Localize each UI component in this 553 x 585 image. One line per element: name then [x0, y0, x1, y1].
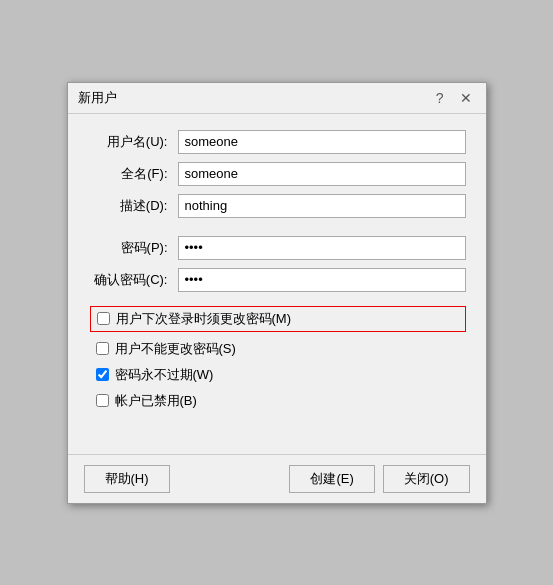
create-button[interactable]: 创建(E)	[289, 465, 374, 493]
dialog-title: 新用户	[78, 89, 117, 107]
must-change-checkbox-group: 用户下次登录时须更改密码(M)	[90, 306, 466, 332]
description-label: 描述(D):	[88, 197, 178, 215]
confirm-input[interactable]	[178, 268, 466, 292]
username-label: 用户名(U):	[88, 133, 178, 151]
close-button[interactable]: 关闭(O)	[383, 465, 470, 493]
description-input[interactable]	[178, 194, 466, 218]
button-bar: 帮助(H) 创建(E) 关闭(O)	[68, 454, 486, 503]
username-input[interactable]	[178, 130, 466, 154]
separator-1	[88, 226, 466, 236]
cannot-change-checkbox-group: 用户不能更改密码(S)	[88, 340, 466, 358]
fullname-label: 全名(F):	[88, 165, 178, 183]
cannot-change-label[interactable]: 用户不能更改密码(S)	[115, 340, 236, 358]
dialog-body: 用户名(U): 全名(F): 描述(D): 密码(P): 确认密码(C):	[68, 114, 486, 454]
close-icon-button[interactable]: ✕	[456, 91, 476, 105]
never-expire-label[interactable]: 密码永不过期(W)	[115, 366, 214, 384]
disabled-checkbox-group: 帐户已禁用(B)	[88, 392, 466, 410]
title-bar: 新用户 ? ✕	[68, 83, 486, 114]
button-bar-right: 创建(E) 关闭(O)	[289, 465, 469, 493]
disabled-checkbox[interactable]	[96, 394, 109, 407]
password-group: 密码(P):	[88, 236, 466, 260]
password-input[interactable]	[178, 236, 466, 260]
disabled-label[interactable]: 帐户已禁用(B)	[115, 392, 197, 410]
confirm-label: 确认密码(C):	[88, 271, 178, 289]
description-group: 描述(D):	[88, 194, 466, 218]
never-expire-checkbox[interactable]	[96, 368, 109, 381]
bottom-spacer	[88, 418, 466, 438]
help-button[interactable]: 帮助(H)	[84, 465, 170, 493]
help-icon-button[interactable]: ?	[432, 91, 448, 105]
cannot-change-checkbox[interactable]	[96, 342, 109, 355]
never-expire-checkbox-group: 密码永不过期(W)	[88, 366, 466, 384]
username-group: 用户名(U):	[88, 130, 466, 154]
must-change-label[interactable]: 用户下次登录时须更改密码(M)	[116, 310, 292, 328]
password-label: 密码(P):	[88, 239, 178, 257]
confirm-password-group: 确认密码(C):	[88, 268, 466, 292]
title-bar-controls: ? ✕	[432, 91, 476, 105]
fullname-input[interactable]	[178, 162, 466, 186]
fullname-group: 全名(F):	[88, 162, 466, 186]
must-change-checkbox[interactable]	[97, 312, 110, 325]
new-user-dialog: 新用户 ? ✕ 用户名(U): 全名(F): 描述(D): 密码(P):	[67, 82, 487, 504]
